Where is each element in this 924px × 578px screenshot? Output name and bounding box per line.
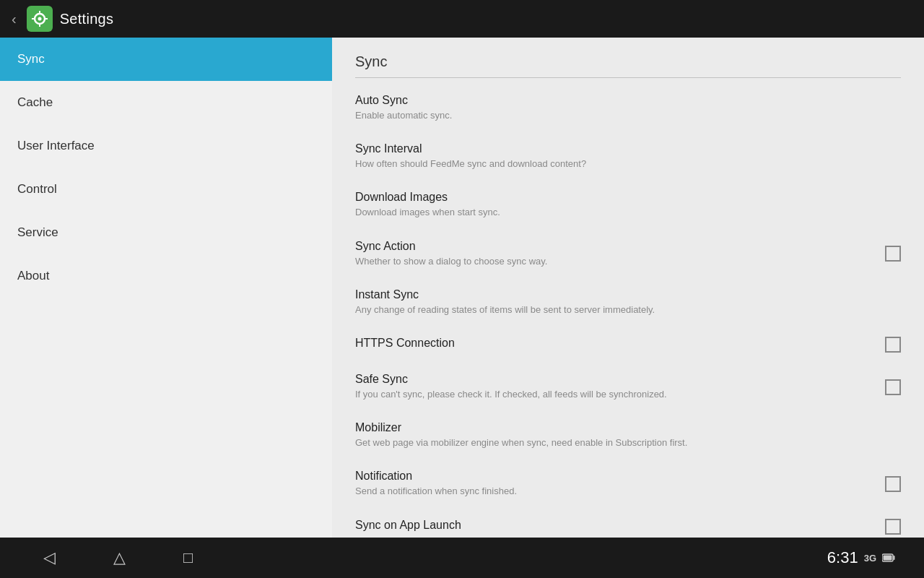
settings-item-download-images[interactable]: Download Images Download images when sta… <box>332 181 924 229</box>
back-button[interactable]: ‹ <box>9 8 19 30</box>
svg-point-2 <box>38 17 41 21</box>
sync-interval-desc: How often should FeedMe sync and downloa… <box>355 158 901 171</box>
back-nav-button[interactable]: ◁ <box>29 543 70 573</box>
sync-on-app-launch-checkbox[interactable] <box>885 519 901 535</box>
panel-divider <box>355 77 901 78</box>
panel-title: Sync <box>332 38 924 77</box>
settings-item-auto-sync[interactable]: Auto Sync Enable automatic sync. <box>332 84 924 132</box>
top-bar: ‹ Settings <box>0 0 924 38</box>
settings-item-safe-sync[interactable]: Safe Sync If you can't sync, please chec… <box>332 363 924 411</box>
home-nav-button[interactable]: △ <box>99 543 140 573</box>
mobilizer-title: Mobilizer <box>355 421 901 434</box>
safe-sync-desc: If you can't sync, please check it. If c… <box>355 388 876 401</box>
settings-item-notification[interactable]: Notification Send a notification when sy… <box>332 460 924 508</box>
notification-title: Notification <box>355 470 876 483</box>
settings-item-sync-action[interactable]: Sync Action Whether to show a dialog to … <box>332 230 924 278</box>
main-layout: Sync Cache User Interface Control Servic… <box>0 38 924 538</box>
sidebar-item-service[interactable]: Service <box>0 211 332 254</box>
safe-sync-title: Safe Sync <box>355 373 876 386</box>
content-panel: Sync Auto Sync Enable automatic sync. Sy… <box>332 38 924 538</box>
status-bar-right: 6:31 3G <box>827 548 895 567</box>
sidebar: Sync Cache User Interface Control Servic… <box>0 38 332 538</box>
auto-sync-title: Auto Sync <box>355 94 901 107</box>
https-connection-checkbox[interactable] <box>885 337 901 353</box>
settings-item-https-connection[interactable]: HTTPS Connection <box>332 327 924 363</box>
battery-icon <box>882 553 895 563</box>
recents-nav-button[interactable]: □ <box>169 543 207 573</box>
settings-item-sync-on-app-launch[interactable]: Sync on App Launch <box>332 509 924 538</box>
svg-rect-9 <box>884 556 892 561</box>
sync-interval-title: Sync Interval <box>355 142 901 155</box>
sidebar-item-control[interactable]: Control <box>0 168 332 211</box>
auto-sync-desc: Enable automatic sync. <box>355 109 901 122</box>
instant-sync-title: Instant Sync <box>355 288 901 301</box>
sync-on-app-launch-title: Sync on App Launch <box>355 519 876 532</box>
bottom-bar: ◁ △ □ 6:31 3G <box>0 538 924 578</box>
sync-action-title: Sync Action <box>355 240 876 253</box>
instant-sync-desc: Any change of reading states of items wi… <box>355 303 901 316</box>
sync-action-desc: Whether to show a dialog to choose sync … <box>355 255 876 268</box>
signal-indicator: 3G <box>864 553 876 564</box>
download-images-desc: Download images when start sync. <box>355 206 901 219</box>
sidebar-item-sync[interactable]: Sync <box>0 38 332 81</box>
sidebar-item-about[interactable]: About <box>0 254 332 298</box>
sync-action-checkbox[interactable] <box>885 246 901 262</box>
sidebar-item-user-interface[interactable]: User Interface <box>0 124 332 168</box>
sidebar-item-cache[interactable]: Cache <box>0 81 332 124</box>
settings-item-sync-interval[interactable]: Sync Interval How often should FeedMe sy… <box>332 132 924 181</box>
notification-checkbox[interactable] <box>885 476 901 492</box>
download-images-title: Download Images <box>355 191 901 204</box>
clock: 6:31 <box>827 548 858 567</box>
svg-rect-8 <box>894 556 895 560</box>
notification-desc: Send a notification when sync finished. <box>355 485 876 498</box>
settings-item-instant-sync[interactable]: Instant Sync Any change of reading state… <box>332 278 924 327</box>
app-icon <box>27 6 53 32</box>
mobilizer-desc: Get web page via mobilizer engine when s… <box>355 436 901 449</box>
https-connection-title: HTTPS Connection <box>355 337 876 350</box>
app-title: Settings <box>60 11 114 27</box>
settings-item-mobilizer[interactable]: Mobilizer Get web page via mobilizer eng… <box>332 411 924 460</box>
safe-sync-checkbox[interactable] <box>885 379 901 395</box>
